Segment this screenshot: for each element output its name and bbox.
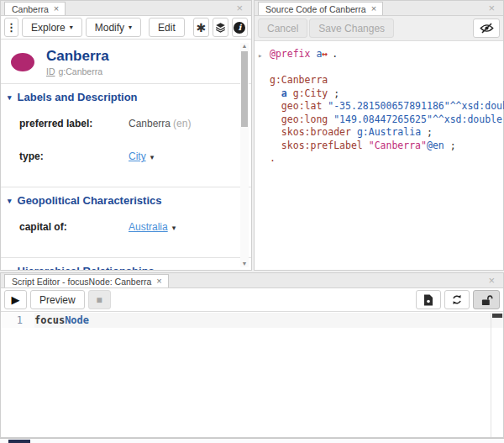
panel-close-icon[interactable]: × — [488, 3, 495, 13]
left-tabstrip: Canberra × × — [1, 1, 251, 16]
section-header[interactable]: ▾Hierarchical Relationships — [1, 258, 251, 270]
code-token: skos:broader — [281, 126, 351, 138]
edit-button[interactable]: Edit — [149, 18, 185, 37]
unlock-icon — [480, 294, 493, 306]
collapse-caret-icon: ▾ — [8, 197, 12, 205]
code-token: a — [281, 87, 287, 99]
code-token — [287, 87, 293, 99]
code-line[interactable]: skos:broader g:Australia ; — [270, 126, 503, 140]
script-file-button[interactable] — [416, 290, 441, 309]
lock-toggle-button[interactable] — [473, 290, 500, 309]
highlight-button[interactable]: ✱ — [193, 18, 209, 37]
play-icon: ▶ — [12, 293, 20, 306]
field-row: preferred label:Canberra(en) — [1, 109, 251, 142]
hide-button[interactable] — [473, 18, 500, 38]
source-code-panel: Source Code of Canberra × × Cancel Save … — [254, 0, 504, 271]
code-token: @en — [427, 140, 444, 151]
explore-button[interactable]: Explore▾ — [22, 18, 82, 37]
stop-button[interactable]: ■ — [88, 290, 111, 309]
script-code-line[interactable]: 1 focusNode — [1, 313, 503, 328]
save-changes-button[interactable]: Save Changes — [309, 18, 394, 38]
code-token: skos:prefLabel — [281, 140, 363, 151]
script-editor-panel: Script Editor - focusNode: Canberra × × … — [0, 272, 504, 438]
explore-label: Explore — [31, 22, 66, 34]
modify-button[interactable]: Modify▾ — [86, 18, 141, 37]
stop-icon: ■ — [97, 294, 102, 306]
entity-form-panel: Canberra × × ⋮ Explore▾ Modify▾ Edit ✱ i — [0, 0, 252, 271]
file-icon — [423, 294, 433, 306]
code-line[interactable]: geo:lat "-35.281500657891186"^^xsd:doubl… — [270, 100, 503, 113]
tab-label: Canberra — [12, 4, 49, 14]
tab-close-icon[interactable]: × — [371, 4, 376, 13]
code-line[interactable]: skos:prefLabel "Canberra"@en ; — [270, 140, 503, 153]
code-line[interactable]: . — [270, 152, 503, 166]
editor-scrollbar-thumb[interactable] — [492, 314, 502, 318]
value-caret-icon[interactable]: ▾ — [150, 153, 155, 161]
section-header[interactable]: ▾Labels and Description — [1, 84, 251, 109]
code-token: "Canberra" — [369, 140, 427, 151]
cancel-label: Cancel — [267, 23, 298, 34]
edit-label: Edit — [158, 22, 176, 34]
script-code-editor[interactable]: 1 focusNode — [1, 313, 503, 437]
field-value: Australia▾ — [129, 221, 176, 233]
value-link[interactable]: City — [129, 150, 146, 162]
code-token: geo:lat — [281, 100, 322, 112]
entity-header: Canberra IDg:Canberra — [1, 40, 251, 83]
preview-button[interactable]: Preview — [30, 290, 85, 309]
tab-label: Source Code of Canberra — [265, 4, 366, 14]
tab-canberra[interactable]: Canberra × — [4, 2, 66, 15]
code-line[interactable]: a g:City ; — [270, 87, 503, 101]
value-caret-icon[interactable]: ▾ — [172, 224, 176, 232]
tab-source-code[interactable]: Source Code of Canberra × — [258, 2, 383, 15]
code-token — [270, 100, 281, 112]
code-token: . — [270, 152, 276, 164]
refresh-button[interactable] — [444, 290, 470, 309]
tab-close-icon[interactable]: × — [54, 4, 59, 13]
panel-close-icon[interactable]: × — [236, 3, 243, 13]
panel-close-icon[interactable]: × — [488, 275, 495, 286]
fold-arrow-icon[interactable]: ▸ — [258, 50, 262, 63]
code-line[interactable]: @prefix a↔ . — [270, 48, 503, 61]
info-button[interactable]: i — [232, 18, 248, 37]
scroll-up-icon[interactable]: ▲ — [240, 43, 249, 50]
code-token — [363, 140, 369, 151]
collapse-caret-icon: ▾ — [8, 93, 12, 102]
tab-close-icon[interactable]: × — [156, 277, 161, 286]
section-header[interactable]: ▾Geopolitical Characteristics — [1, 187, 251, 213]
code-token: . — [326, 48, 338, 60]
section-title: Geopolitical Characteristics — [18, 194, 162, 207]
turtle-code: @prefix a↔ .g:Canberra a g:City ; geo:la… — [270, 48, 503, 166]
value-lang-tag: (en) — [173, 118, 191, 129]
entity-form-content: Canberra IDg:Canberra ▾Labels and Descri… — [1, 40, 251, 270]
info-icon: i — [234, 22, 245, 34]
turtle-code-area[interactable]: ▸ @prefix a↔ .g:Canberra a g:City ; geo:… — [255, 42, 503, 270]
layers-button[interactable] — [213, 18, 228, 37]
code-line[interactable] — [270, 61, 503, 75]
code-line[interactable]: geo:long "149.08447265625"^^xsd:double ; — [270, 113, 503, 127]
scroll-down-icon[interactable]: ▼ — [240, 261, 249, 267]
more-menu-button[interactable]: ⋮ — [4, 18, 18, 37]
tab-script-editor[interactable]: Script Editor - focusNode: Canberra × — [4, 274, 169, 287]
source-tabstrip: Source Code of Canberra × × — [255, 1, 503, 16]
eye-slash-icon — [480, 23, 494, 34]
section-title: Hierarchical Relationships — [18, 265, 155, 270]
code-token — [270, 113, 281, 125]
run-button[interactable]: ▶ — [4, 290, 27, 309]
page-bottom-strip — [0, 438, 504, 443]
field-label: preferred label: — [19, 118, 129, 129]
entity-title: Canberra — [46, 48, 109, 65]
line-number: 1 — [1, 313, 34, 328]
editor-scrollbar[interactable] — [491, 313, 503, 437]
cancel-button[interactable]: Cancel — [258, 18, 307, 38]
code-token: g:Australia — [357, 126, 421, 138]
layers-icon — [215, 22, 226, 33]
code-line[interactable]: g:Canberra — [270, 74, 503, 87]
form-scrollbar[interactable]: ▲ ▼ — [240, 43, 249, 267]
tab-label: Script Editor - focusNode: Canberra — [12, 277, 151, 287]
code-token: @prefix — [270, 48, 316, 60]
value-link[interactable]: Australia — [129, 221, 168, 233]
code-token: "-35.281500657891186"^^xsd:double — [328, 100, 504, 112]
save-changes-label: Save Changes — [318, 23, 385, 34]
scrollbar-thumb[interactable] — [241, 51, 248, 127]
code-token: ; — [328, 87, 339, 99]
